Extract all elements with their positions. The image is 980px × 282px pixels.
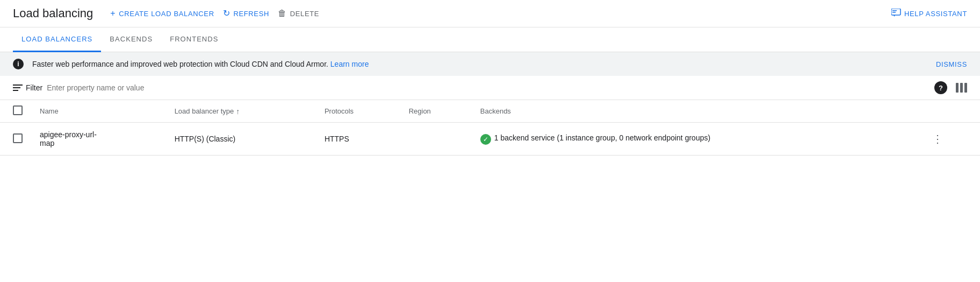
th-checkbox bbox=[0, 100, 31, 123]
th-protocols: Protocols bbox=[316, 100, 400, 123]
filter-help-icon[interactable]: ? bbox=[934, 81, 947, 94]
columns-icon[interactable] bbox=[956, 83, 967, 93]
table-header: Name Load balancer type ↑ Protocols Regi… bbox=[0, 100, 980, 123]
row-type-cell: HTTP(S) (Classic) bbox=[166, 123, 316, 156]
filter-line-3 bbox=[13, 90, 18, 91]
help-assistant-button[interactable]: HELP ASSISTANT bbox=[891, 9, 967, 19]
delete-icon: 🗑 bbox=[278, 9, 287, 18]
row-protocols-cell: HTTPS bbox=[316, 123, 400, 156]
info-icon: i bbox=[13, 59, 24, 69]
th-backends: Backends bbox=[472, 100, 921, 123]
tab-load-balancers[interactable]: LOAD BALANCERS bbox=[13, 27, 101, 52]
row-backends-cell: ✓ 1 backend service (1 instance group, 0… bbox=[472, 123, 921, 156]
row-region-cell bbox=[400, 123, 472, 156]
filter-bar: Filter ? bbox=[0, 76, 980, 100]
page-title: Load balancing bbox=[13, 6, 93, 20]
delete-button[interactable]: 🗑 DELETE bbox=[278, 9, 319, 18]
load-balancers-table: Name Load balancer type ↑ Protocols Regi… bbox=[0, 100, 980, 156]
page-header: Load balancing + CREATE LOAD BALANCER ↻ … bbox=[0, 0, 980, 27]
filter-input[interactable] bbox=[47, 83, 930, 92]
row-checkbox[interactable] bbox=[13, 133, 23, 143]
refresh-icon: ↻ bbox=[223, 9, 230, 18]
create-load-balancer-button[interactable]: + CREATE LOAD BALANCER bbox=[110, 9, 214, 18]
svg-marker-3 bbox=[893, 15, 895, 17]
th-type: Load balancer type ↑ bbox=[166, 100, 316, 123]
filter-line-2 bbox=[13, 87, 20, 88]
row-name-cell: apigee-proxy-url-map bbox=[31, 123, 166, 156]
filter-right-icons: ? bbox=[934, 81, 967, 94]
info-banner: i Faster web performance and improved we… bbox=[0, 52, 980, 76]
th-actions bbox=[921, 100, 980, 123]
tab-frontends[interactable]: FRONTENDS bbox=[161, 27, 227, 52]
dismiss-button[interactable]: DISMISS bbox=[936, 60, 967, 68]
tab-backends[interactable]: BACKENDS bbox=[101, 27, 161, 52]
th-region: Region bbox=[400, 100, 472, 123]
table-body: apigee-proxy-url-map HTTP(S) (Classic) H… bbox=[0, 123, 980, 156]
svg-rect-2 bbox=[892, 12, 896, 13]
svg-rect-1 bbox=[892, 10, 897, 11]
select-all-checkbox[interactable] bbox=[13, 105, 23, 115]
table-row: apigee-proxy-url-map HTTP(S) (Classic) H… bbox=[0, 123, 980, 156]
filter-line-1 bbox=[13, 84, 23, 86]
banner-text: Faster web performance and improved web … bbox=[32, 60, 927, 68]
backend-status-icon: ✓ bbox=[480, 134, 491, 145]
header-actions: + CREATE LOAD BALANCER ↻ REFRESH 🗑 DELET… bbox=[110, 9, 967, 19]
row-actions-cell: ⋮ bbox=[921, 123, 980, 156]
filter-lines-icon bbox=[13, 84, 23, 91]
filter-label: Filter bbox=[13, 83, 42, 92]
tab-bar: LOAD BALANCERS BACKENDS FRONTENDS bbox=[0, 27, 980, 52]
refresh-button[interactable]: ↻ REFRESH bbox=[223, 9, 269, 18]
row-checkbox-cell bbox=[0, 123, 31, 156]
learn-more-link[interactable]: Learn more bbox=[330, 60, 369, 68]
sort-arrow-icon[interactable]: ↑ bbox=[236, 107, 240, 116]
row-more-menu-button[interactable]: ⋮ bbox=[930, 130, 971, 147]
plus-icon: + bbox=[110, 9, 116, 18]
help-icon bbox=[891, 9, 901, 19]
th-name: Name bbox=[31, 100, 166, 123]
